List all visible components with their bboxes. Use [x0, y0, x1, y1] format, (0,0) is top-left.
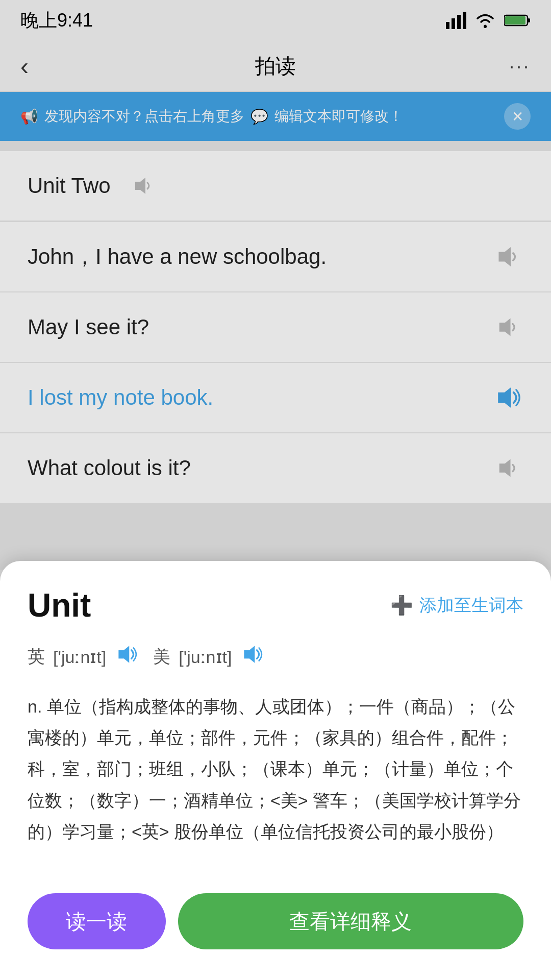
- phonetics-row: 英 ['juːnɪt] 美 ['juːnɪt]: [28, 643, 523, 671]
- add-vocab-label: 添加至生词本: [419, 594, 523, 617]
- phonetic-british: 英 ['juːnɪt]: [28, 643, 138, 671]
- svg-marker-14: [244, 646, 255, 663]
- read-button-label: 读一读: [66, 908, 127, 936]
- phonetic-british-lang: 英: [28, 645, 45, 669]
- add-vocab-icon: ➕: [390, 595, 413, 616]
- dict-word: Unit: [28, 586, 91, 624]
- speaker-american-icon: [240, 643, 263, 666]
- bottom-buttons: 读一读 查看详细释义: [28, 878, 523, 980]
- read-button[interactable]: 读一读: [28, 893, 166, 949]
- phonetic-american: 美 ['juːnɪt]: [153, 643, 263, 671]
- speaker-british-icon: [114, 643, 138, 666]
- phonetic-british-text: ['juːnɪt]: [53, 647, 106, 667]
- dict-definition: n. 单位（指构成整体的事物、人或团体）；一件（商品）；（公寓楼的）单元，单位；…: [28, 691, 523, 847]
- svg-marker-13: [119, 646, 130, 663]
- speaker-british-button[interactable]: [114, 643, 138, 671]
- add-vocab-button[interactable]: ➕ 添加至生词本: [390, 594, 523, 617]
- phonetic-american-text: ['juːnɪt]: [179, 647, 232, 667]
- detail-button[interactable]: 查看详细释义: [178, 893, 523, 949]
- speaker-american-button[interactable]: [240, 643, 263, 671]
- dict-header: Unit ➕ 添加至生词本: [28, 586, 523, 624]
- detail-button-label: 查看详细释义: [289, 908, 412, 936]
- phonetic-american-lang: 美: [153, 645, 170, 669]
- bottom-sheet: Unit ➕ 添加至生词本 英 ['juːnɪt] 美 ['juːnɪt]: [0, 561, 551, 980]
